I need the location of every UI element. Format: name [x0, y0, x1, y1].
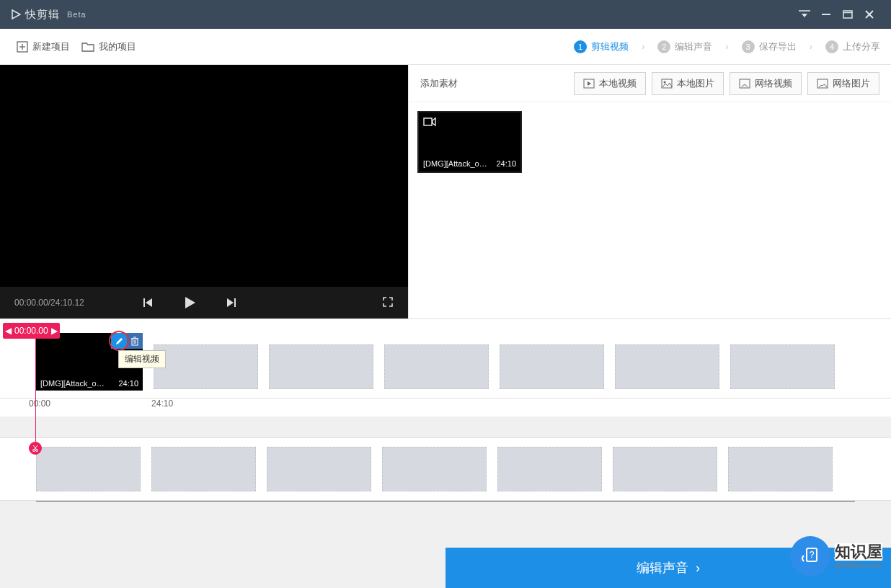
- new-project-label: 新建项目: [32, 40, 70, 53]
- fullscreen-button[interactable]: [382, 296, 394, 310]
- fullscreen-icon: [382, 296, 394, 308]
- add-web-video-button[interactable]: 网络视频: [730, 72, 802, 95]
- svg-rect-30: [132, 339, 138, 345]
- watermark-logo-icon: ?: [790, 536, 830, 576]
- svg-rect-22: [424, 118, 432, 125]
- add-web-image-button[interactable]: 网络图片: [807, 72, 879, 95]
- minimize-button[interactable]: [815, 4, 837, 25]
- playhead-time: 00:00.00: [13, 326, 50, 336]
- button-label: 本地图片: [677, 77, 714, 90]
- maximize-icon: [843, 9, 853, 19]
- preview-panel: 00:00.00/24:10.12: [0, 65, 408, 318]
- svg-rect-4: [843, 11, 852, 18]
- menu-down-icon: [799, 10, 810, 19]
- secondary-track[interactable]: [0, 437, 891, 501]
- image-file-icon: [661, 79, 673, 89]
- timeline-area: ◀ 00:00.00 ▶ 编辑视频 [DMG][Attack_o…: [0, 318, 891, 502]
- close-icon: [864, 9, 874, 19]
- app-name: 快剪辑: [25, 8, 60, 22]
- step-number: 2: [657, 40, 670, 53]
- next-step-label: 编辑声音: [637, 559, 688, 576]
- timeline-clip[interactable]: 编辑视频 [DMG][Attack_o… 24:10: [36, 333, 143, 391]
- empty-clip-slot[interactable]: [269, 344, 373, 389]
- video-track[interactable]: 编辑视频 [DMG][Attack_o… 24:10: [0, 318, 891, 398]
- new-project-button[interactable]: 新建项目: [11, 36, 76, 58]
- web-video-icon: [739, 79, 750, 89]
- step-edit-audio[interactable]: 2 编辑声音: [657, 40, 712, 53]
- playhead-line: [35, 339, 36, 443]
- step-label: 上传分享: [843, 40, 880, 53]
- empty-clip-slot[interactable]: [267, 447, 371, 491]
- prev-button[interactable]: [142, 297, 154, 308]
- close-button[interactable]: [859, 4, 880, 25]
- trash-icon: [130, 337, 139, 346]
- edit-clip-button[interactable]: [111, 333, 127, 349]
- empty-clip-slot[interactable]: [500, 344, 604, 389]
- style-menu-button[interactable]: [794, 4, 815, 25]
- empty-clip-slot[interactable]: [728, 447, 833, 491]
- maximize-button[interactable]: [837, 4, 859, 25]
- play-icon: [182, 295, 197, 310]
- ruler-mark: 00:00: [29, 398, 50, 409]
- svg-rect-20: [740, 79, 750, 88]
- clip-duration: 24:10: [118, 379, 138, 388]
- preview-controls: 00:00.00/24:10.12: [0, 287, 408, 318]
- chevron-right-icon: ›: [696, 561, 700, 576]
- wizard-steps: 1 剪辑视频 › 2 编辑声音 › 3 保存导出 › 4 上传分享: [574, 40, 880, 53]
- chevron-right-icon: ›: [642, 41, 644, 52]
- nudge-left-button[interactable]: ◀: [3, 326, 13, 336]
- svg-point-19: [664, 81, 666, 83]
- playhead-time-bubble: ◀ 00:00.00 ▶: [3, 323, 60, 339]
- button-label: 本地视频: [599, 77, 637, 90]
- empty-clip-slot[interactable]: [615, 344, 719, 389]
- preview-canvas[interactable]: [0, 65, 408, 287]
- play-logo-icon: [11, 9, 21, 19]
- svg-marker-2: [802, 14, 807, 17]
- time-ruler: 00:00 24:10: [0, 398, 891, 417]
- svg-marker-12: [146, 298, 152, 307]
- play-button[interactable]: [182, 295, 197, 310]
- playhead-handle[interactable]: [29, 442, 42, 455]
- minimize-icon: [820, 9, 832, 20]
- step-number: 4: [825, 40, 838, 53]
- watermark-text-cn: 知识屋: [835, 543, 882, 561]
- video-file-icon: [583, 79, 595, 89]
- svg-marker-23: [433, 118, 435, 125]
- delete-clip-button[interactable]: [127, 333, 143, 349]
- add-local-image-button[interactable]: 本地图片: [652, 72, 724, 95]
- next-button[interactable]: [226, 297, 237, 308]
- empty-clip-slot[interactable]: [382, 447, 487, 491]
- empty-clip-slot[interactable]: [384, 344, 489, 389]
- step-number: 1: [574, 40, 587, 53]
- step-save-export[interactable]: 3 保存导出: [742, 40, 797, 53]
- nudge-right-button[interactable]: ▶: [50, 326, 60, 336]
- asset-thumbnail[interactable]: [DMG][Attack_o… 24:10: [417, 111, 522, 173]
- step-upload-share[interactable]: 4 上传分享: [825, 40, 880, 53]
- beta-tag: Beta: [67, 10, 87, 19]
- thumb-duration: 24:10: [496, 159, 516, 168]
- chevron-right-icon: ›: [725, 41, 728, 52]
- empty-clip-slot[interactable]: [151, 447, 256, 491]
- empty-clip-slot[interactable]: [154, 344, 258, 389]
- empty-clip-slot[interactable]: [36, 447, 141, 491]
- empty-clip-slot[interactable]: [613, 447, 717, 491]
- my-projects-button[interactable]: 我的项目: [76, 36, 142, 58]
- empty-clip-slot[interactable]: [730, 344, 835, 389]
- app-logo: 快剪辑 Beta: [11, 8, 87, 22]
- camera-icon: [423, 117, 436, 127]
- my-projects-label: 我的项目: [99, 40, 136, 53]
- step-edit-video[interactable]: 1 剪辑视频: [574, 40, 629, 53]
- button-label: 网络视频: [755, 77, 792, 90]
- empty-clip-slot[interactable]: [497, 447, 602, 491]
- scissors-icon: [32, 445, 39, 452]
- step-label: 编辑声音: [675, 40, 712, 53]
- ruler-mark: 24:10: [151, 398, 173, 409]
- bottom-bar: 编辑声音 ›: [0, 548, 891, 588]
- track-ruler-line: [36, 501, 855, 502]
- main-row: 00:00.00/24:10.12 添加素材: [0, 65, 891, 318]
- watermark-text-en: zhishiwu.com: [835, 561, 882, 569]
- add-local-video-button[interactable]: 本地视频: [574, 72, 646, 95]
- toolbar: 新建项目 我的项目 1 剪辑视频 › 2 编辑声音 › 3 保存导出 › 4 上…: [0, 29, 891, 65]
- asset-panel: 添加素材 本地视频 本地图片 网络视频 网络图片: [408, 65, 891, 318]
- playback-time: 00:00.00/24:10.12: [14, 298, 84, 308]
